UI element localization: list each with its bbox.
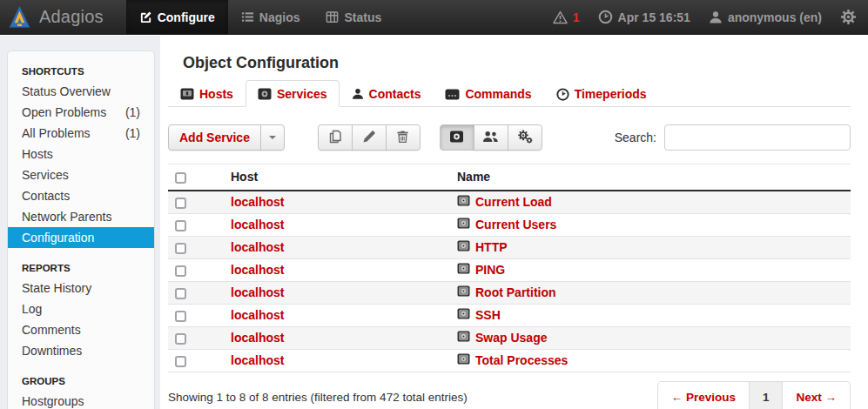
row-checkbox[interactable] [175,198,186,209]
sidebar-item-comments[interactable]: Comments [8,319,154,340]
service-link[interactable]: Current Load [475,195,552,209]
host-link[interactable]: localhost [231,195,284,209]
page-title: Object Configuration [183,54,851,72]
host-link[interactable]: localhost [231,331,284,345]
service-icon [457,240,470,254]
services-view-button[interactable] [440,124,474,151]
row-checkbox[interactable] [175,243,186,254]
services-table: Host Name localhost Cur [168,164,851,372]
tab-services[interactable]: Services [246,80,340,107]
warning-icon [553,10,568,24]
sidebar-item-network-parents[interactable]: Network Parents [8,206,154,227]
contacts-view-button[interactable] [474,124,508,151]
sidebar-item-hostgroups[interactable]: Hostgroups [8,391,154,409]
add-service-group: Add Service [168,124,285,151]
sidebar-item-status-overview[interactable]: Status Overview [8,81,154,102]
search-area: Search: [615,124,851,151]
settings-view-button[interactable] [508,124,542,151]
tab-label: Timeperiods [575,87,647,101]
service-link[interactable]: PING [475,263,505,277]
hosts-icon [180,88,194,100]
host-link[interactable]: localhost [231,218,284,231]
host-link[interactable]: localhost [231,263,284,277]
sidebar-section: SHORTCUTS Status Overview Open Problems … [8,60,154,248]
row-checkbox[interactable] [175,288,186,299]
top-navbar: Adagios Configure Nagios [0,0,868,35]
service-link[interactable]: Swap Usage [475,331,547,345]
sidebar-item-label: Log [22,301,140,317]
service-link[interactable]: Root Partition [475,285,556,299]
search-label: Search: [615,131,656,144]
sidebar-item-label: Downtimes [22,343,140,359]
nav-item-configure[interactable]: Configure [126,0,228,34]
column-header-host[interactable]: Host [224,164,450,191]
sidebar-item-downtimes[interactable]: Downtimes [8,340,154,361]
sidebar-sections: SHORTCUTS Status Overview Open Problems … [8,60,154,409]
row-checkbox[interactable] [175,333,186,345]
row-checkbox[interactable] [175,356,186,367]
adagios-logo-icon [8,5,31,29]
service-icon [457,218,470,231]
object-tabs: Hosts Services Contacts [168,80,851,107]
sidebar-item-badge: (1) [125,125,140,141]
sidebar-item-log[interactable]: Log [8,298,154,319]
sidebar-item-configuration[interactable]: Configuration [8,227,154,248]
edit-button[interactable] [352,124,387,151]
service-icon [457,331,470,345]
host-link[interactable]: localhost [231,353,284,367]
sidebar-item-state-history[interactable]: State History [8,278,154,298]
tab-contacts[interactable]: Contacts [340,80,434,107]
navbar-right: 1 Apr 15 16:51 anonymous (en) [553,0,868,34]
current-page-button[interactable]: 1 [749,381,784,409]
alert-count: 1 [573,10,580,24]
tab-hosts[interactable]: Hosts [168,80,246,107]
host-link[interactable]: localhost [231,308,284,322]
search-input[interactable] [664,124,851,151]
select-all-checkbox[interactable] [175,172,186,184]
entries-info: Showing 1 to 8 of 8 entries (filtered fr… [168,391,468,404]
delete-button[interactable] [386,124,421,151]
add-service-dropdown-button[interactable] [260,124,285,151]
table-row: localhost Current Load [168,191,851,213]
view-switch-group [440,124,542,151]
username-label: anonymous (en) [728,10,822,24]
user-menu[interactable]: anonymous (en) [709,10,822,24]
row-checkbox[interactable] [175,311,186,322]
sidebar-section-list: State History Log Comments Downtimes [8,278,154,361]
tab-timeperiods[interactable]: Timeperiods [544,80,659,107]
nav-item-nagios[interactable]: Nagios [228,0,313,34]
clock-icon [598,10,613,24]
previous-page-button[interactable]: ← Previous [657,381,750,409]
next-page-button[interactable]: Next → [782,381,851,409]
sidebar-item-open-problems[interactable]: Open Problems (1) [8,102,154,123]
brand-name: Adagios [39,7,104,27]
table-footer: Showing 1 to 8 of 8 entries (filtered fr… [168,381,851,409]
service-link[interactable]: Total Processes [475,353,568,367]
sidebar-item-hosts[interactable]: Hosts [8,144,154,164]
host-link[interactable]: localhost [231,240,284,254]
nav-item-status[interactable]: Status [313,0,394,34]
host-link[interactable]: localhost [231,285,284,299]
sidebar-section-title: GROUPS [8,370,154,391]
brand[interactable]: Adagios [0,0,112,34]
tab-label: Commands [465,87,531,101]
sidebar-item-services[interactable]: Services [8,164,154,185]
sidebar-item-label: Comments [22,322,140,338]
service-link[interactable]: SSH [475,308,501,322]
edit-icon [139,10,152,23]
table-header-row: Host Name [168,164,851,191]
row-checkbox[interactable] [175,265,186,277]
copy-button[interactable] [318,124,353,151]
add-service-button[interactable]: Add Service [168,124,261,151]
sidebar-item-all-problems[interactable]: All Problems (1) [8,123,154,144]
sidebar-item-contacts[interactable]: Contacts [8,185,154,206]
column-header-name[interactable]: Name [450,164,851,191]
service-link[interactable]: HTTP [475,240,508,254]
row-checkbox[interactable] [175,220,186,231]
alerts-indicator[interactable]: 1 [553,10,580,24]
settings-menu[interactable] [840,9,857,25]
sidebar-item-badge: (1) [125,104,140,120]
tab-commands[interactable]: Commands [433,80,543,107]
service-link[interactable]: Current Users [475,218,556,231]
clock-indicator[interactable]: Apr 15 16:51 [598,10,690,24]
